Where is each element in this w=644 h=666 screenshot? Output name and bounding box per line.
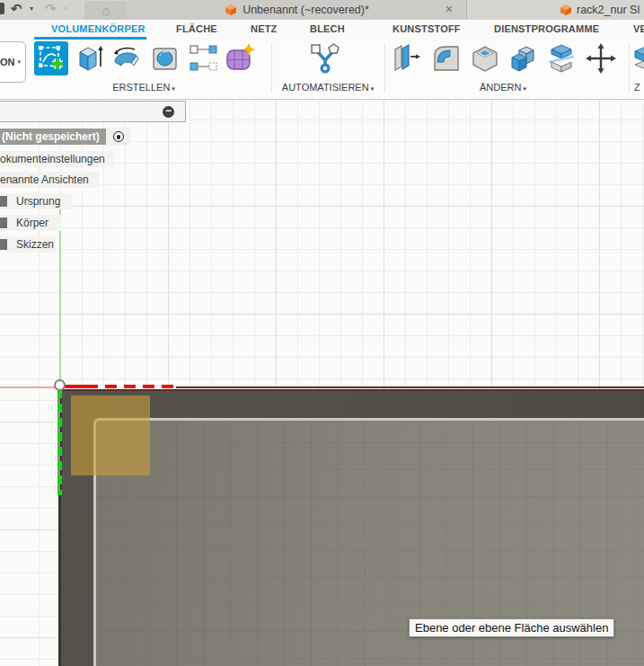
create-sketch-icon (34, 41, 68, 75)
tab-dienstprogramme[interactable]: DIENSTPROGRAMME (494, 23, 599, 34)
move-copy-button[interactable] (585, 42, 617, 75)
titlebar: ↶ ▾ ↷ ▾ ⌂ Unbenannt (~recovered)* × rack… (0, 0, 644, 20)
split-body-button[interactable] (545, 42, 578, 75)
activate-radio-icon[interactable] (113, 131, 124, 142)
selection-tooltip: Ebene oder ebene Fläche auswählen (409, 618, 614, 637)
ribbon-tab-row: VOLUMENKÖRPER FLÄCHE NETZ BLECH KUNSTSTO… (0, 20, 644, 40)
tree-node-icon (0, 196, 7, 207)
document-tab-rack2[interactable]: rack2_nur Sl (466, 0, 644, 20)
hole-button[interactable] (149, 42, 181, 75)
browser-item-label: Skizzen (16, 238, 54, 251)
shell-button[interactable] (469, 42, 501, 75)
plate-top-edge (176, 386, 644, 388)
document-title: Unbenannt (~recovered)* (243, 4, 369, 16)
y-axis-dashed-edge[interactable] (57, 389, 62, 495)
chevron-down-icon: ▾ (523, 85, 526, 92)
plate-left-edge (58, 495, 61, 666)
undo-icon[interactable]: ↶ (11, 1, 22, 17)
configure-automation-button[interactable] (309, 42, 341, 75)
browser-root-node[interactable]: (Nicht gespeichert) (0, 129, 106, 145)
browser-item-origin[interactable]: Ursprung (0, 193, 72, 209)
document-title: rack2_nur Sl (577, 4, 640, 16)
workspace-selector[interactable]: ON ▾ (0, 41, 26, 83)
group-label-aendern[interactable]: ÄNDERN▾ (454, 82, 552, 93)
home-icon: ⌂ (101, 3, 110, 18)
align-button-clipped[interactable] (633, 42, 644, 75)
x-axis-dashed-edge[interactable] (86, 385, 176, 388)
tree-node-icon (0, 239, 7, 250)
group-label-zusammenfuegen-clipped[interactable]: Z (634, 82, 644, 93)
browser-item-named-views[interactable]: enannte Ansichten (0, 172, 99, 188)
browser-item-label: Körper (16, 217, 49, 229)
ribbon-toolbar: ON ▾ (0, 40, 644, 100)
create-sketch-button[interactable] (34, 41, 68, 75)
chevron-down-icon: ▾ (172, 85, 175, 92)
revolve-button[interactable] (110, 42, 143, 75)
tab-netz[interactable]: NETZ (251, 23, 278, 34)
fusion360-window: Ebene oder ebene Fläche auswählen − (Nic… (0, 0, 644, 666)
toolbar-separator (384, 43, 385, 93)
undo-dropdown-caret[interactable]: ▾ (30, 4, 33, 13)
tab-verwalten-clipped[interactable]: VE (633, 23, 644, 34)
active-tab-underline (34, 37, 146, 40)
redo-dropdown-caret[interactable]: ▾ (64, 4, 67, 13)
close-tab-icon[interactable]: × (446, 2, 453, 16)
extrude-button[interactable] (73, 42, 105, 75)
tab-kunststoff[interactable]: KUNSTSTOFF (393, 23, 461, 34)
tab-blech[interactable]: BLECH (310, 23, 345, 34)
press-pull-button[interactable] (390, 42, 422, 75)
group-label-erstellen[interactable]: ERSTELLEN▾ (94, 82, 193, 93)
group-label-automatisieren[interactable]: AUTOMATISIEREN▾ (274, 82, 382, 93)
combine-button[interactable] (507, 42, 540, 75)
document-tab-unbenannt[interactable]: Unbenannt (~recovered)* × (128, 0, 465, 20)
origin-point[interactable] (54, 379, 66, 391)
create-form-button[interactable] (224, 42, 256, 75)
rectangular-pattern-button[interactable] (188, 42, 220, 75)
toolbar-separator (629, 43, 630, 93)
browser-item-label: Ursprung (16, 195, 60, 208)
highlighted-sketch-region[interactable] (71, 395, 150, 475)
x-axis-line (0, 386, 60, 388)
browser-item-bodies[interactable]: Körper (0, 215, 61, 231)
redo-icon[interactable]: ↷ (45, 1, 57, 17)
toolbar-separator (271, 43, 272, 93)
chevron-down-icon: ▾ (17, 58, 21, 66)
home-view-button[interactable]: ⌂ (84, 1, 128, 20)
tab-volumenkoerper[interactable]: VOLUMENKÖRPER (51, 23, 146, 34)
fillet-button[interactable] (430, 42, 463, 75)
workspace-label: ON (0, 57, 14, 67)
document-cube-icon (560, 4, 572, 16)
chevron-down-icon: ▾ (371, 85, 375, 92)
browser-collapse-button[interactable]: − (163, 106, 174, 118)
browser-item-document-settings[interactable]: okumenteinstellungen (0, 151, 114, 167)
browser-item-sketches[interactable]: Skizzen (0, 236, 56, 253)
tree-node-icon (0, 218, 7, 228)
document-cube-icon (225, 4, 237, 16)
tab-flaeche[interactable]: FLÄCHE (176, 23, 217, 34)
browser-root-activate[interactable] (106, 128, 130, 146)
browser-header-bar[interactable]: − (0, 101, 186, 122)
clipped-toolbar-icon (0, 3, 4, 14)
